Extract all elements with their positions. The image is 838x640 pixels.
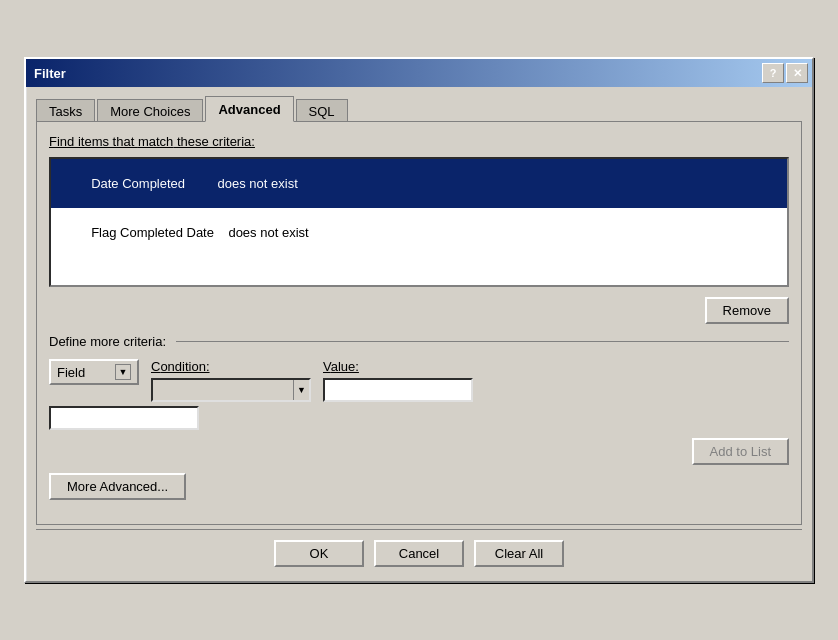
condition-label: Condition: xyxy=(151,359,311,374)
criteria-item-0[interactable]: Date Completed does not exist xyxy=(51,159,787,208)
more-advanced-row: More Advanced... xyxy=(49,473,789,500)
value-group: Value: xyxy=(323,359,473,402)
condition-select[interactable] xyxy=(151,378,311,402)
title-bar-buttons: ? ✕ xyxy=(762,63,808,83)
add-to-list-button[interactable]: Add to List xyxy=(692,438,789,465)
remove-row: Remove xyxy=(49,297,789,324)
cancel-button[interactable]: Cancel xyxy=(374,540,464,567)
define-header-text: Define more criteria: xyxy=(49,334,166,349)
dialog-content: Tasks More Choices Advanced SQL Find ite… xyxy=(26,87,812,581)
define-header: Define more criteria: xyxy=(49,334,789,349)
bottom-buttons: OK Cancel Clear All xyxy=(36,529,802,571)
add-to-list-row: Add to List xyxy=(49,438,789,465)
tab-sql[interactable]: SQL xyxy=(296,99,348,123)
tab-tasks[interactable]: Tasks xyxy=(36,99,95,123)
filter-dialog: Filter ? ✕ Tasks More Choices Advanced S… xyxy=(24,57,814,583)
title-bar: Filter ? ✕ xyxy=(26,59,812,87)
help-button[interactable]: ? xyxy=(762,63,784,83)
value-input[interactable] xyxy=(323,378,473,402)
window-title: Filter xyxy=(34,66,66,81)
close-button[interactable]: ✕ xyxy=(786,63,808,83)
condition-group: Condition: ▼ xyxy=(151,359,311,402)
tab-more-choices[interactable]: More Choices xyxy=(97,99,203,123)
match-underline: match xyxy=(138,134,173,149)
field-row: Field ▼ Condition: ▼ xyxy=(49,359,789,402)
remove-button[interactable]: Remove xyxy=(705,297,789,324)
advanced-panel: Find items that match these criteria: Da… xyxy=(36,121,802,525)
define-section: Define more criteria: Field ▼ Condition: xyxy=(49,334,789,500)
criteria-item-1[interactable]: Flag Completed Date does not exist xyxy=(51,208,787,257)
field-input-row xyxy=(49,406,789,430)
define-header-divider xyxy=(176,341,789,342)
field-dropdown-arrow-icon: ▼ xyxy=(115,364,131,380)
field-button-label: Field xyxy=(57,365,111,380)
value-label: Value: xyxy=(323,359,473,374)
field-input[interactable] xyxy=(49,406,199,430)
clear-all-button[interactable]: Clear All xyxy=(474,540,564,567)
field-dropdown-button[interactable]: Field ▼ xyxy=(49,359,139,385)
criteria-listbox[interactable]: Date Completed does not exist Flag Compl… xyxy=(49,157,789,287)
more-advanced-button[interactable]: More Advanced... xyxy=(49,473,186,500)
condition-wrapper: ▼ xyxy=(151,378,311,402)
tab-bar: Tasks More Choices Advanced SQL xyxy=(36,95,802,121)
find-criteria-label: Find items that match these criteria: xyxy=(49,134,789,149)
tab-advanced[interactable]: Advanced xyxy=(205,96,293,122)
ok-button[interactable]: OK xyxy=(274,540,364,567)
